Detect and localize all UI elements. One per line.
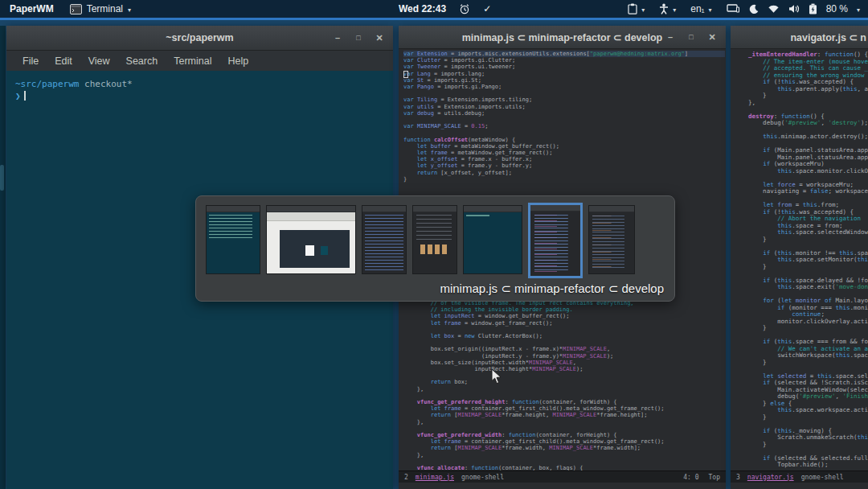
- modeline-window-number: 3: [736, 474, 740, 481]
- thumbnail-body: [464, 212, 522, 273]
- code-line: var Extension = imports.misc.extensionUt…: [403, 51, 725, 57]
- menu-item[interactable]: Search: [118, 55, 166, 67]
- switcher-thumbnail-terminal[interactable]: [206, 205, 260, 274]
- code-line: let inputRect = window.get_buffer_rect()…: [403, 313, 725, 319]
- modeline-buffer-name: minimap.js: [416, 474, 454, 481]
- terminal-prompt-line: ❯: [15, 90, 393, 102]
- code-line: return [MINIMAP_SCALE*frame.height, MINI…: [403, 412, 725, 418]
- accessibility-person-icon: [659, 3, 669, 14]
- battery-charging-icon: [809, 3, 817, 14]
- switcher-thumbnail-doc[interactable]: [412, 205, 457, 274]
- switcher-thumbnail-browser[interactable]: [266, 205, 356, 274]
- switcher-thumbnail-editor[interactable]: [588, 205, 635, 274]
- code-line: let frame = metaWindow.get_frame_rect();: [403, 150, 725, 156]
- thumbnail-titlebar: [589, 206, 634, 212]
- code-line: var Clutter = imports.gi.Clutter;: [403, 57, 725, 64]
- code-line: [403, 339, 725, 346]
- accessibility-menu[interactable]: ▾: [659, 3, 676, 14]
- minimize-button[interactable]: –: [327, 34, 348, 43]
- code-line: let box = new Clutter.ActorBox();: [403, 333, 725, 339]
- editor-titlebar[interactable]: minimap.js ⊂ minimap-refactor ⊂ develop …: [399, 26, 726, 49]
- maximize-button[interactable]: □: [348, 35, 369, 42]
- topbar-accent-line: [0, 18, 868, 20]
- editor-hollow-cursor: [403, 71, 408, 78]
- code-line: let x_offset = frame.x - buffer.x;: [403, 156, 725, 162]
- code-line: [403, 327, 725, 333]
- display-icon: [727, 4, 739, 14]
- chevron-down-icon: ▾: [709, 6, 712, 14]
- check-icon: ✓: [483, 3, 491, 14]
- code-line: [403, 372, 725, 379]
- system-menu[interactable]: 80 % ▾: [727, 3, 860, 14]
- clipboard-icon: [628, 3, 637, 14]
- code-line: Topbar.hide();: [734, 462, 868, 469]
- modeline-mode: gnome-shell: [801, 474, 844, 481]
- minimize-button[interactable]: –: [660, 33, 681, 42]
- menu-item[interactable]: Edit: [47, 55, 80, 67]
- code-line: }: [734, 360, 868, 367]
- editor-title: minimap.js ⊂ minimap-refactor ⊂ develop: [462, 31, 662, 43]
- terminal-titlebar[interactable]: ~src/paperwm – □ ✕: [6, 26, 393, 51]
- code-line: vfunc_get_preferred_height: function(con…: [403, 399, 725, 405]
- editor-code-top[interactable]: var Extension = imports.misc.extensionUt…: [403, 51, 725, 183]
- menu-item[interactable]: File: [14, 55, 47, 67]
- code-line: [403, 392, 725, 399]
- navigator-window: navigator.js ⊂ n _itemEnteredHandler: fu…: [731, 26, 868, 489]
- code-line: var utils = Extension.imports.utils;: [403, 104, 725, 110]
- terminal-title: ~src/paperwm: [166, 32, 233, 43]
- chevron-down-icon: ▾: [673, 6, 676, 14]
- editor-code-bottom[interactable]: // of the visible frame. The input rect …: [403, 300, 725, 471]
- navigator-titlebar[interactable]: navigator.js ⊂ n: [731, 26, 868, 49]
- offscreen-window-handle[interactable]: [0, 165, 4, 191]
- clock[interactable]: Wed 22:43: [399, 3, 446, 14]
- chevron-down-icon: ▾: [128, 6, 131, 14]
- code-line: },: [734, 100, 868, 107]
- thumbnail-body: [267, 212, 355, 273]
- code-line: this.space.exit('move-done');: [734, 284, 868, 291]
- keyboard-layout-label: en₁: [690, 3, 704, 14]
- code-line: },: [403, 419, 725, 425]
- clipboard-menu[interactable]: ▾: [628, 3, 645, 14]
- code-line: box.set_size(inputRect.width*MINIMAP_SCA…: [403, 360, 725, 366]
- switcher-thumbnail-terminal-empty[interactable]: [463, 205, 522, 274]
- navigator-code[interactable]: _itemEnteredHandler: function() { // The…: [734, 51, 868, 471]
- top-bar: PaperWM Terminal ▾ Wed 22:43 ✓: [0, 0, 868, 18]
- menu-item[interactable]: View: [80, 55, 118, 67]
- code-line: }: [734, 325, 868, 332]
- close-button[interactable]: ✕: [702, 33, 723, 42]
- code-line: this.space.monitor.clickOverlay.r: [734, 168, 868, 175]
- terminal-app-icon: [70, 4, 82, 14]
- menu-item[interactable]: Help: [219, 55, 256, 67]
- thumbnail-titlebar: [267, 206, 355, 212]
- battery-percent-label: 80 %: [826, 3, 848, 14]
- thumbnail-body: [589, 212, 634, 273]
- maximize-button[interactable]: □: [681, 34, 702, 41]
- code-line: var debug = utils.debug;: [403, 110, 725, 117]
- thumbnail-body: [207, 212, 260, 273]
- code-line: }: [403, 176, 725, 183]
- app-menu[interactable]: Terminal ▾: [70, 3, 131, 14]
- code-line: }: [734, 442, 868, 449]
- menu-item[interactable]: Terminal: [166, 55, 219, 67]
- keyboard-layout-menu[interactable]: en₁ ▾: [690, 3, 711, 14]
- code-line: (inputRect.y - frame.y)*MINIMAP_SCALE);: [403, 353, 725, 360]
- close-button[interactable]: ✕: [369, 34, 390, 43]
- switcher-thumbnail-files[interactable]: [362, 205, 407, 274]
- paperwm-menu[interactable]: PaperWM: [10, 3, 54, 14]
- thumbnail-titlebar: [207, 206, 260, 212]
- code-line: return [MINIMAP_SCALE*frame.width, MINIM…: [403, 445, 725, 451]
- code-line: [403, 129, 725, 136]
- thumbnail-titlebar: [413, 206, 457, 212]
- night-light-moon-icon: [748, 4, 759, 14]
- code-line: [403, 458, 725, 465]
- code-line: var Tiling = Extension.imports.tiling;: [403, 97, 725, 103]
- alarm-icon: [459, 3, 470, 14]
- modeline-window-number: 2: [404, 474, 408, 481]
- thumbnail-titlebar: [530, 205, 580, 212]
- code-line: let frame = container.get_first_child().…: [403, 438, 725, 445]
- code-line: }: [734, 236, 868, 244]
- code-line: var St = imports.gi.St;: [403, 77, 725, 84]
- switcher-thumbnail-editor-focus[interactable]: [528, 203, 583, 278]
- switcher-thumbnails: [196, 196, 674, 278]
- code-line: let buffer = metaWindow.get_buffer_rect(…: [403, 143, 725, 150]
